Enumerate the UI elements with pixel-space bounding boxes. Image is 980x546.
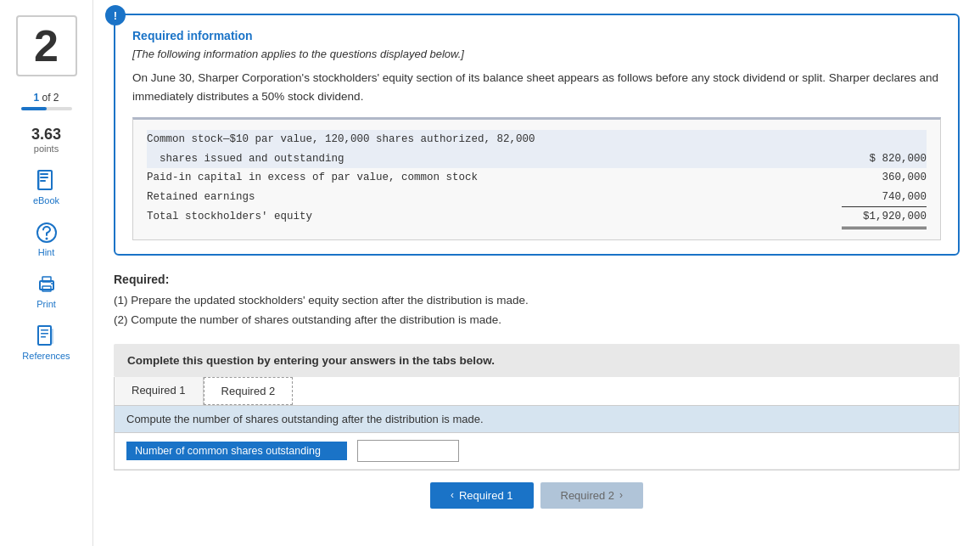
points-label: points (31, 144, 61, 154)
fin-value (842, 130, 927, 149)
required-section: Required: (1) Prepare the updated stockh… (114, 273, 960, 330)
required2-button-label: Required 2 (561, 489, 615, 502)
print-label: Print (36, 299, 56, 309)
svg-rect-15 (51, 329, 53, 344)
print-icon (35, 273, 59, 296)
financial-table: Common stock—$10 par value, 120,000 shar… (132, 117, 941, 240)
points-value: 3.63 (31, 126, 61, 144)
nav-buttons: ‹ Required 1 Required 2 › (114, 470, 960, 521)
fin-label: shares issued and outstanding (147, 149, 842, 169)
fin-label: Paid-in capital in excess of par value, … (147, 168, 842, 188)
points-section: 3.63 points (31, 126, 61, 154)
main-content: ! Required information [The following in… (93, 0, 980, 546)
required-title: Required: (114, 273, 960, 286)
svg-rect-12 (41, 329, 48, 331)
svg-rect-1 (40, 173, 48, 175)
fin-value: 740,000 (842, 188, 927, 208)
ebook-icon (34, 169, 58, 193)
print-button[interactable]: Print (35, 273, 59, 309)
info-icon: ! (105, 5, 126, 25)
tab-content: Compute the number of shares outstanding… (115, 406, 959, 470)
hint-button[interactable]: Hint (35, 221, 59, 257)
hint-icon (35, 221, 59, 245)
chevron-right-icon: › (619, 489, 623, 501)
required2-button[interactable]: Required 2 › (540, 482, 644, 509)
required-item-2: (2) Compute the number of shares outstan… (114, 311, 960, 330)
ebook-button[interactable]: eBook (33, 169, 59, 205)
fin-value-total: $1,920,000 (842, 207, 927, 229)
fin-label: Total stockholders' equity (147, 207, 842, 229)
tab-required1[interactable]: Required 1 (115, 377, 204, 405)
part-label: 1 of 2 (21, 92, 72, 105)
sidebar: 2 1 of 2 3.63 points e (0, 0, 93, 546)
chevron-left-icon: ‹ (451, 489, 454, 501)
info-box: ! Required information [The following in… (114, 14, 960, 256)
required-item-1: (1) Prepare the updated stockholders' eq… (114, 291, 960, 311)
fin-value: $ 820,000 (842, 149, 927, 169)
table-row: shares issued and outstanding $ 820,000 (147, 149, 927, 169)
info-title: Required information (132, 29, 941, 42)
complete-box: Complete this question by entering your … (114, 344, 960, 377)
table-row: Retained earnings 740,000 (147, 188, 927, 208)
input-row: Number of common shares outstanding (115, 433, 959, 470)
fin-value: 360,000 (842, 168, 927, 188)
ebook-label: eBook (33, 195, 59, 205)
problem-number: 2 (16, 15, 77, 76)
references-icon (34, 324, 58, 348)
tabs-row: Required 1 Required 2 (115, 377, 959, 406)
shares-outstanding-input[interactable] (357, 440, 459, 462)
tabs-container: Required 1 Required 2 Compute the number… (114, 377, 960, 470)
svg-rect-11 (38, 326, 51, 345)
tab-required2[interactable]: Required 2 (204, 377, 294, 405)
tab-description: Compute the number of shares outstanding… (115, 406, 959, 433)
table-row: Paid-in capital in excess of par value, … (147, 168, 927, 188)
required1-button[interactable]: ‹ Required 1 (430, 482, 534, 509)
fin-label: Common stock—$10 par value, 120,000 shar… (147, 130, 842, 149)
info-body: On June 30, Sharper Corporation's stockh… (132, 69, 941, 105)
part-bar-fill (21, 107, 47, 110)
references-button[interactable]: References (22, 324, 70, 361)
svg-point-10 (51, 283, 53, 284)
svg-rect-13 (41, 333, 48, 335)
required-list: (1) Prepare the updated stockholders' eq… (114, 291, 960, 330)
fin-label: Retained earnings (147, 188, 842, 208)
hint-label: Hint (38, 247, 55, 257)
part-progress-bar (21, 107, 72, 110)
table-row: Common stock—$10 par value, 120,000 shar… (147, 130, 927, 149)
input-label: Number of common shares outstanding (126, 442, 347, 460)
svg-rect-3 (40, 180, 46, 182)
table-row: Total stockholders' equity $1,920,000 (147, 207, 927, 229)
info-subtitle: [The following information applies to th… (132, 48, 941, 60)
svg-rect-14 (41, 336, 46, 338)
svg-rect-4 (37, 171, 40, 189)
references-label: References (22, 351, 70, 361)
required1-button-label: Required 1 (459, 489, 513, 502)
svg-rect-2 (40, 177, 48, 178)
svg-point-6 (45, 237, 48, 239)
